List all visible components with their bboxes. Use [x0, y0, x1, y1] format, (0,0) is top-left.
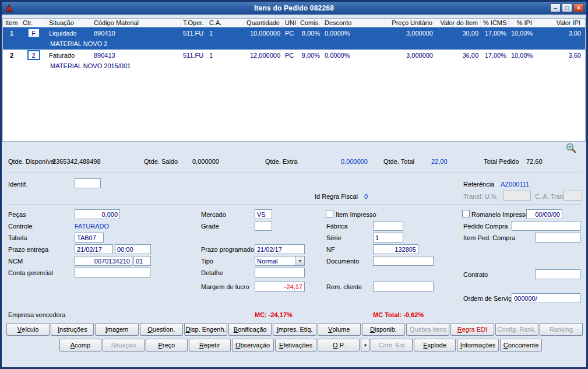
referencia-value: AZ000111	[501, 181, 529, 188]
button-bonifica-o[interactable]: Bonificação	[228, 323, 272, 336]
fabrica-label: Fábrica	[326, 223, 348, 230]
button-explode[interactable]: Explode	[414, 339, 456, 352]
button-concorrente[interactable]: Concorrente	[500, 339, 542, 352]
grid-cell: 0,0000%	[322, 52, 385, 59]
serie-input[interactable]	[373, 233, 403, 243]
button-observa-o[interactable]: Observação	[232, 339, 274, 352]
button-regra-edi[interactable]: Regra EDI	[450, 323, 494, 336]
grid-cell: PC	[283, 30, 298, 37]
grade-input[interactable]	[255, 221, 272, 231]
summary-value: 72,60	[526, 158, 543, 165]
pecas-input[interactable]	[75, 209, 120, 219]
mercado-input[interactable]	[255, 209, 272, 219]
button-pre-o[interactable]: Preço	[146, 339, 188, 352]
romaneio-impresso-checkbox[interactable]	[462, 210, 470, 217]
grid-row-2-description[interactable]: MATERIAL NOVO 2015/001	[3, 61, 585, 72]
items-grid: ItemCtr.SituaçãoCódigo MaterialT.Oper.C.…	[2, 18, 586, 142]
grid-cell: 10,00%	[509, 52, 535, 59]
summary-value: 0,000000	[327, 158, 368, 165]
contrato-label: Contrato	[463, 271, 488, 278]
window-title: Itens do Pedido 082268	[2, 4, 586, 12]
item-impresso-checkbox[interactable]	[326, 210, 333, 217]
romaneio-impresso-label: Romaneio Impresso	[471, 211, 529, 218]
ordem-servico-input[interactable]	[512, 293, 580, 303]
button-o-p[interactable]: O.P.	[318, 339, 360, 352]
button-row-1: VeículoInstruçõesImagemQuestion.Disp. En…	[6, 323, 583, 336]
grid-cell: 2	[20, 50, 47, 60]
tabela-label: Tabela	[8, 234, 27, 241]
ncm-suffix-input[interactable]	[133, 256, 151, 266]
margem-lucro-input[interactable]	[255, 282, 305, 291]
button-ranking: Ranking	[540, 323, 583, 336]
button-row-2: AcompSituaçãoPreçoRepetirObservaçãoEfeti…	[59, 339, 542, 352]
item-impresso-label: Item Impresso	[336, 211, 376, 218]
ncm-code-input[interactable]	[75, 256, 132, 266]
transf-un-label: Transf. U.N.	[463, 193, 498, 200]
nf-input[interactable]	[373, 244, 418, 254]
close-button[interactable]: ×	[573, 3, 584, 12]
tipo-selected-value: Normal	[255, 258, 295, 265]
column-header: Quantidade	[224, 19, 283, 27]
prazo-entrega-time-input[interactable]	[115, 244, 151, 254]
button-disp-engenh[interactable]: Disp. Engenh.	[184, 323, 227, 336]
zoom-icon[interactable]	[565, 142, 577, 154]
item-ped-compra-label: Item Ped. Compra	[463, 234, 515, 241]
controle-value: FATURADO	[75, 223, 109, 230]
documento-label: Documento	[326, 258, 359, 265]
minimize-button[interactable]: –	[550, 3, 561, 12]
chevron-down-icon[interactable]: ▼	[295, 256, 304, 265]
transf-un-input	[503, 191, 531, 201]
summary-label: Qtde. Extra	[265, 158, 298, 165]
grid-cell: 511.FU	[181, 30, 207, 37]
button-ve-culo[interactable]: Veículo	[6, 323, 50, 336]
grid-row-2[interactable]: 22Faturado890413511.FU112,000000PC8,00%0…	[3, 50, 585, 61]
controle-label: Controle	[8, 223, 33, 230]
grid-cell: PC	[283, 52, 298, 59]
maximize-button[interactable]: □	[562, 3, 572, 12]
rem-cliente-input[interactable]	[373, 282, 434, 291]
romaneio-impresso-date-input[interactable]	[526, 209, 562, 219]
summary-value: 2365342,488498	[52, 158, 101, 165]
detalhe-input[interactable]	[255, 268, 305, 277]
conta-gerencial-input[interactable]	[75, 268, 150, 277]
fabrica-input[interactable]	[373, 221, 403, 231]
button-repetir[interactable]: Repetir	[189, 339, 231, 352]
id-regra-fiscal-label: Id Regra Fiscal	[315, 193, 358, 200]
column-header: Desconto	[322, 19, 385, 27]
button-question[interactable]: Question.	[140, 323, 183, 336]
tabela-input[interactable]	[75, 233, 104, 243]
button-impres-etiq[interactable]: Impres. Etiq.	[273, 323, 316, 336]
button-imagem[interactable]: Imagem	[95, 323, 138, 336]
button-efetiva-es[interactable]: Efetivações	[275, 339, 317, 352]
documento-input[interactable]	[373, 256, 434, 266]
button-volume[interactable]: Volume	[318, 323, 361, 336]
prazo-programado-input[interactable]	[255, 244, 305, 254]
tipo-select[interactable]: Normal ▼	[255, 256, 305, 266]
grid-cell: 8,00%	[298, 30, 322, 37]
button-informa-es[interactable]: Informações	[457, 339, 499, 352]
grid-row-1-description[interactable]: MATERIAL NOVO 2	[3, 38, 585, 50]
grid-row-1[interactable]: 1FLiquidado890410511.FU110,000000PC8,00%…	[3, 27, 585, 38]
grid-cell: 10,00%	[509, 30, 535, 37]
op-dropdown-arrow-icon[interactable]: ▼	[361, 339, 369, 352]
item-ped-compra-input[interactable]	[535, 233, 580, 243]
column-header: Situação	[47, 19, 91, 27]
contrato-input[interactable]	[535, 269, 580, 279]
button-quebra-itens: Quebra itens	[406, 323, 449, 336]
rem-cliente-label: Rem. cliente	[326, 283, 362, 290]
grid-cell: 3,00	[535, 30, 583, 37]
button-disponib[interactable]: Disponib.	[362, 323, 405, 336]
grid-cell: Liquidado	[47, 30, 91, 37]
prazo-entrega-date-input[interactable]	[75, 244, 113, 254]
identif-input[interactable]	[75, 178, 101, 188]
button-instru-es[interactable]: Instruções	[51, 323, 94, 336]
grid-cell: 17,00%	[481, 52, 509, 59]
grid-cell: 30,00	[435, 30, 481, 37]
button-acomp[interactable]: Acomp	[59, 339, 101, 352]
margem-lucro-label: Margem de lucro	[201, 283, 249, 290]
ordem-servico-label: Ordem de Serviço	[463, 295, 515, 302]
grid-cell: 890410	[91, 30, 181, 37]
detalhe-label: Detalhe	[201, 269, 223, 276]
grid-cell: 36,00	[435, 52, 481, 59]
pedido-compra-input[interactable]	[512, 221, 580, 231]
